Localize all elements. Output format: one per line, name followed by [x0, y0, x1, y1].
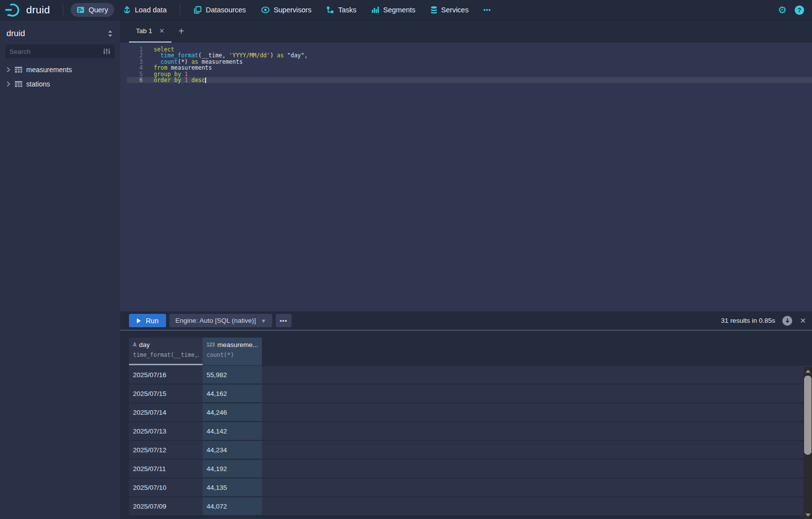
nav-label: Supervisors — [274, 6, 312, 14]
results-scrollbar[interactable] — [804, 367, 812, 519]
cell-measurements[interactable]: 44,142 — [203, 422, 262, 440]
table-row: 2025/07/1444,246 — [129, 403, 812, 421]
nav-item-query[interactable]: Query — [71, 3, 114, 17]
table-row: 2025/07/1344,142 — [129, 422, 812, 440]
nav-label: Load data — [135, 6, 167, 14]
cell-measurements[interactable]: 55,982 — [203, 366, 262, 384]
scroll-up-arrow[interactable] — [804, 367, 812, 375]
cell-day[interactable]: 2025/07/15 — [129, 385, 203, 402]
tree-item-stations[interactable]: stations — [0, 77, 120, 91]
run-label: Run — [146, 317, 159, 325]
nav-more-button[interactable]: ••• — [477, 3, 497, 16]
nav-item-load-data[interactable]: Load data — [117, 3, 173, 17]
new-tab-button[interactable]: + — [171, 26, 191, 37]
number-type-icon: 123 — [207, 342, 215, 347]
nav-item-segments[interactable]: Segments — [365, 3, 421, 17]
upload-arrow-icon — [123, 6, 131, 14]
query-tab-bar: Tab 1 ✕ + — [120, 20, 812, 43]
cell-day[interactable]: 2025/07/10 — [129, 478, 203, 496]
cell-day[interactable]: 2025/07/11 — [129, 460, 203, 477]
column-header-measurements[interactable]: 123measureme... count(*) — [203, 338, 262, 365]
code-line[interactable]: 6order by 1 desc — [127, 77, 812, 83]
play-icon — [136, 318, 141, 324]
column-expression: count(*) — [207, 351, 258, 358]
line-number: 2 — [127, 52, 143, 58]
druid-ring-icon — [5, 2, 23, 17]
bar-chart-icon — [371, 6, 379, 14]
code-lines: 1select2 time_format(__time, 'YYYY/MM/dd… — [120, 46, 812, 83]
table-row: 2025/07/1655,982 — [129, 366, 812, 384]
query-workbench: Tab 1 ✕ + 1select2 time_format(__time, '… — [120, 20, 812, 519]
cell-measurements[interactable]: 44,072 — [203, 497, 262, 515]
column-header-day[interactable]: Aday time_format(__time,… — [129, 338, 203, 365]
topbar-right-actions: ⚙ ? — [778, 5, 812, 15]
table-row: 2025/07/1144,192 — [129, 460, 812, 477]
row-filler — [262, 403, 812, 421]
chevron-right-icon[interactable] — [6, 67, 11, 72]
cell-measurements[interactable]: 44,162 — [203, 385, 262, 402]
nav-item-datasources[interactable]: Datasources — [188, 3, 252, 17]
sort-indicator — [129, 364, 203, 365]
code-line[interactable]: 4from measurements — [127, 65, 812, 71]
cell-day[interactable]: 2025/07/09 — [129, 497, 203, 515]
row-filler — [262, 497, 812, 515]
datasource-tree: measurements stations — [0, 62, 120, 91]
gear-icon[interactable]: ⚙ — [778, 5, 787, 15]
cell-measurements[interactable]: 44,246 — [203, 403, 262, 421]
line-number: 4 — [127, 65, 143, 71]
tab-label: Tab 1 — [136, 27, 152, 35]
cell-day[interactable]: 2025/07/13 — [129, 422, 203, 440]
nav-label: Query — [88, 6, 108, 14]
druid-logo[interactable]: druid — [0, 2, 57, 17]
code-text: order by 1 desc — [143, 77, 206, 83]
table-row: 2025/07/1544,162 — [129, 385, 812, 402]
table-icon — [14, 81, 23, 87]
nav-item-tasks[interactable]: Tasks — [320, 3, 362, 17]
help-icon[interactable]: ? — [795, 5, 804, 15]
stacked-squares-icon — [194, 6, 202, 14]
row-filler — [262, 385, 812, 402]
chevron-down-icon: ▼ — [261, 318, 266, 324]
table-row: 2025/07/0944,072 — [129, 497, 812, 515]
text-cursor — [205, 78, 206, 83]
close-results-icon[interactable]: ✕ — [800, 316, 806, 325]
tree-item-measurements[interactable]: measurements — [0, 62, 120, 77]
scroll-down-arrow[interactable] — [804, 511, 812, 519]
query-more-button[interactable]: ••• — [276, 314, 292, 327]
row-filler — [262, 366, 812, 384]
results-table: Aday time_format(__time,… 123measureme..… — [129, 338, 812, 516]
code-line[interactable]: 5group by 1 — [127, 71, 812, 77]
tab-close-icon[interactable]: ✕ — [159, 27, 165, 35]
schema-selector[interactable]: druid — [0, 20, 120, 44]
cell-day[interactable]: 2025/07/14 — [129, 403, 203, 421]
row-filler — [262, 441, 812, 459]
tree-item-label: stations — [26, 80, 50, 88]
cell-day[interactable]: 2025/07/16 — [129, 366, 203, 384]
search-input[interactable] — [9, 48, 103, 55]
sliders-icon[interactable] — [103, 47, 111, 55]
table-row: 2025/07/1044,135 — [129, 478, 812, 496]
eye-icon — [261, 6, 270, 13]
scrollbar-thumb[interactable] — [804, 376, 812, 455]
nav-item-services[interactable]: Services — [425, 3, 475, 17]
column-name: day — [139, 341, 150, 348]
nav-label: Tasks — [338, 6, 356, 14]
cell-measurements[interactable]: 44,192 — [203, 460, 262, 477]
code-line[interactable]: 3 count(*) as measurements — [127, 59, 812, 65]
flow-icon — [326, 6, 334, 14]
nav-item-supervisors[interactable]: Supervisors — [255, 3, 318, 17]
run-bar: Run Engine: Auto [SQL (native)] ▼ ••• 31… — [120, 311, 812, 330]
cell-measurements[interactable]: 44,135 — [203, 478, 262, 496]
tab-tab1[interactable]: Tab 1 ✕ — [129, 20, 171, 43]
sql-editor[interactable]: 1select2 time_format(__time, 'YYYY/MM/dd… — [120, 43, 812, 311]
results-rows: 2025/07/1655,9822025/07/1544,1622025/07/… — [129, 366, 812, 515]
engine-select[interactable]: Engine: Auto [SQL (native)] ▼ — [170, 314, 272, 327]
nav-label: Segments — [383, 6, 415, 14]
tree-item-label: measurements — [26, 66, 72, 74]
chevron-right-icon[interactable] — [6, 82, 11, 86]
results-panel: Aday time_format(__time,… 123measureme..… — [120, 330, 812, 519]
cell-measurements[interactable]: 44,234 — [203, 441, 262, 459]
download-icon[interactable] — [782, 316, 792, 326]
cell-day[interactable]: 2025/07/12 — [129, 441, 203, 459]
run-button[interactable]: Run — [129, 314, 166, 327]
